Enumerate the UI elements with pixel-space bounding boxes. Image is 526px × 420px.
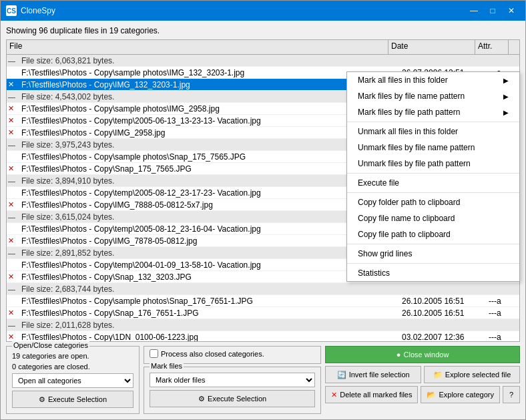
context-menu-label: Mark files by file name pattern [358, 91, 465, 101]
table-row[interactable]: —File size: 2,683,744 bytes. [7, 283, 519, 295]
context-menu-item[interactable]: Copy folder path to clipboard [347, 194, 519, 210]
process-checkbox[interactable] [150, 349, 158, 358]
file-path: F:\Testfiles\Photos - Copy\1DN_0100-06-1… [20, 332, 399, 342]
category-dash: — [7, 57, 20, 65]
context-menu-item[interactable]: Mark files by file name pattern▶ [347, 88, 519, 104]
table-row[interactable]: ✕F:\Testfiles\Photos - Copy\1DN_0100-06-… [7, 331, 519, 341]
context-menu-item[interactable]: Statistics [347, 265, 519, 281]
close-window-button[interactable]: ● Close window [325, 346, 520, 363]
file-path: F:\Testfiles\Photos - Copy\sample photos… [20, 296, 399, 306]
mark-icon: ✕ [7, 116, 20, 125]
context-menu-label: Mark files by file path pattern [358, 108, 460, 117]
mark-icon: ✕ [7, 104, 20, 113]
category-text: File size: 3,975,243 bytes. [20, 140, 399, 150]
file-path: F:\Testfiles\Photos - Copy\IMG_132_3203-… [20, 79, 399, 90]
gear-icon-1: ⚙ [39, 395, 45, 404]
file-path: F:\Testfiles\Photos - Copy\sample photos… [20, 152, 399, 162]
file-path: F:\Testfiles\Photos - Copy\temp\2005-06-… [20, 116, 399, 126]
explore-category-button[interactable]: 📂 Explore category [421, 386, 500, 403]
app-icon: CS [6, 5, 17, 16]
gear-icon-2: ⚙ [198, 395, 205, 403]
mark-icon: ✕ [7, 164, 20, 173]
mark-icon: ✕ [7, 272, 20, 281]
mark-files-dropdown[interactable]: Mark older files [150, 373, 315, 387]
column-attr: Attr. [475, 40, 509, 54]
action-row-3: ✕ Delete all marked files 📂 Explore cate… [325, 386, 520, 403]
category-text: File size: 6,063,821 bytes. [20, 55, 399, 66]
category-text: File size: 2,683,744 bytes. [20, 284, 399, 294]
context-menu-label: Copy file name to clipboard [358, 214, 455, 223]
minimize-button[interactable]: — [465, 4, 483, 17]
category-text: File size: 4,543,002 bytes. [20, 91, 399, 102]
process-checkbox-row: Process also closed categories. [150, 349, 315, 358]
open-count-row: 19 categories are open. [12, 352, 134, 360]
open-close-title: Open/Close categories [12, 341, 89, 349]
invert-icon: 🔄 [337, 371, 346, 379]
title-bar-left: CS CloneSpy [6, 5, 55, 16]
bottom-section: Open/Close categories 19 categories are … [6, 346, 520, 414]
file-path: F:\Testfiles\Photos - Copy\Snap_132_3203… [20, 272, 399, 282]
file-attr: ---a [486, 296, 519, 306]
context-menu-label: Execute file [358, 178, 399, 188]
help-button[interactable]: ? [503, 386, 520, 403]
mark-files-dropdown-row: Mark older files [150, 373, 315, 387]
execute-selection-button-2[interactable]: ⚙ Execute Selection [150, 390, 315, 407]
context-menu-label: Copy folder path to clipboard [358, 198, 460, 207]
category-dash: — [7, 213, 20, 221]
context-menu-item[interactable]: Execute file [347, 175, 519, 191]
column-scroll-spacer [509, 40, 519, 54]
table-row[interactable]: —File size: 6,063,821 bytes. [7, 55, 519, 67]
mark-icon: ✕ [7, 128, 20, 137]
file-attr: ---a [486, 332, 519, 342]
context-menu-item[interactable]: Show grid lines [347, 246, 519, 262]
execute-selection-button-1[interactable]: ⚙ Execute Selection [12, 391, 134, 408]
category-attr [486, 288, 519, 290]
file-path: F:\Testfiles\Photos - Copy\temp\2005-08-… [20, 224, 399, 234]
context-menu-item[interactable]: Unmark all files in this folder [347, 124, 519, 140]
mark-icon: ✕ [7, 333, 20, 341]
category-text: File size: 3,615,024 bytes. [20, 212, 399, 222]
explore-selected-button[interactable]: 📁 Explore selected file [424, 366, 520, 383]
center-panel: Process also closed categories. Mark fil… [144, 346, 321, 414]
table-row[interactable]: —File size: 2,011,628 bytes. [7, 319, 519, 331]
folder-icon-1: 📁 [433, 371, 443, 379]
file-path: F:\Testfiles\Photos - Copy\IMG_7888-05-0… [20, 200, 399, 210]
title-bar-controls: — □ ✕ [465, 4, 520, 17]
context-menu: Mark all files in this folder▶Mark files… [346, 71, 520, 282]
open-close-dropdown[interactable]: Open all categories [12, 373, 134, 388]
table-row[interactable]: F:\Testfiles\Photos - Copy\sample photos… [7, 295, 519, 307]
context-menu-item[interactable]: Copy file name to clipboard [347, 210, 519, 226]
delete-marked-button[interactable]: ✕ Delete all marked files [325, 386, 418, 403]
context-menu-item[interactable]: Unmark files by file name pattern [347, 140, 519, 156]
category-text: File size: 3,894,910 bytes. [20, 176, 399, 186]
category-attr [486, 60, 519, 61]
file-path: F:\Testfiles\Photos - Copy\sample photos… [20, 67, 399, 78]
open-count: 19 categories are open. [12, 352, 89, 360]
file-attr: ---a [486, 308, 519, 319]
category-dash: — [7, 285, 20, 293]
context-menu-separator [347, 192, 519, 193]
invert-selection-button[interactable]: 🔄 Invert file selection [325, 366, 421, 383]
close-button[interactable]: ✕ [503, 4, 520, 17]
file-path: F:\Testfiles\Photos - Copy\sample photos… [20, 103, 399, 114]
context-menu-item[interactable]: Copy file path to clipboard [347, 226, 519, 242]
maximize-button[interactable]: □ [484, 4, 501, 17]
submenu-arrow-icon: ▶ [503, 77, 509, 84]
category-text: File size: 2,011,628 bytes. [20, 320, 399, 331]
context-menu-item[interactable]: Mark files by file path pattern▶ [347, 104, 519, 120]
column-file: File [7, 40, 388, 54]
table-row[interactable]: ✕F:\Testfiles\Photos - Copy\Snap_176_765… [7, 307, 519, 319]
action-panel: ● Close window 🔄 Invert file selection 📁… [325, 346, 520, 414]
execute-selection-row-2: ⚙ Execute Selection [150, 390, 315, 407]
context-menu-label: Unmark all files in this folder [358, 127, 458, 136]
context-menu-item[interactable]: Mark all files in this folder▶ [347, 72, 519, 88]
mark-icon: ✕ [7, 236, 20, 245]
help-icon: ? [509, 391, 513, 399]
context-menu-item[interactable]: Unmark files by file path pattern [347, 156, 519, 172]
title-bar: CS CloneSpy — □ ✕ [1, 1, 525, 21]
context-menu-separator [347, 122, 519, 122]
delete-icon: ✕ [331, 391, 337, 399]
file-path: F:\Testfiles\Photos - Copy\IMG_7878-05-0… [20, 236, 399, 246]
closed-count: 0 categories are closed. [12, 363, 90, 371]
file-date: 26.10.2005 16:51 [399, 296, 486, 306]
